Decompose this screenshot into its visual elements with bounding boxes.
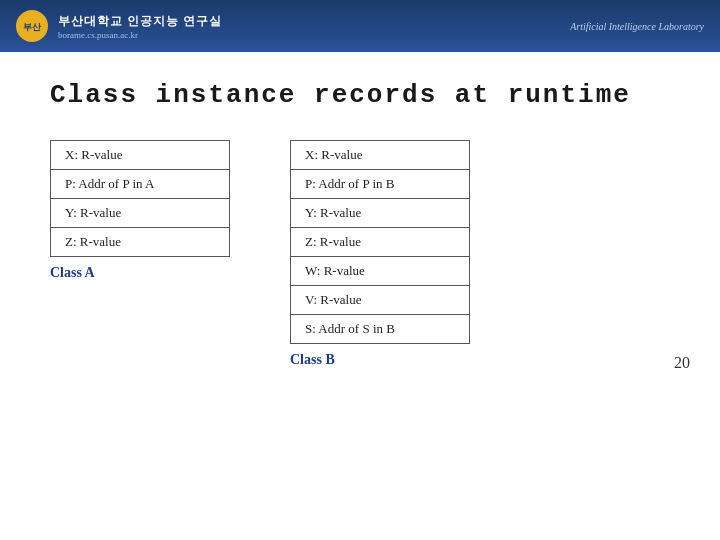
class-a-block: X: R-valueP: Addr of P in AY: R-valueZ: … — [50, 140, 230, 281]
class-b-table: X: R-valueP: Addr of P in BY: R-valueZ: … — [290, 140, 470, 344]
cell-field: P: Addr of P in A — [51, 170, 230, 199]
cell-field: X: R-value — [291, 141, 470, 170]
table-row: P: Addr of P in B — [291, 170, 470, 199]
table-row: V: R-value — [291, 286, 470, 315]
university-name: 부산대학교 인공지능 연구실 — [58, 13, 222, 30]
lab-label: Artificial Intelligence Laboratory — [570, 21, 704, 32]
table-row: S: Addr of S in B — [291, 315, 470, 344]
table-row: Z: R-value — [291, 228, 470, 257]
header-text: 부산대학교 인공지능 연구실 borame.cs.pusan.ac.kr — [58, 13, 222, 40]
class-b-label: Class B — [290, 352, 470, 368]
table-row: P: Addr of P in A — [51, 170, 230, 199]
page-number: 20 — [674, 354, 690, 372]
class-b-block: X: R-valueP: Addr of P in BY: R-valueZ: … — [290, 140, 470, 368]
svg-text:부산: 부산 — [23, 22, 42, 32]
logo-circle: 부산 — [16, 10, 48, 42]
class-a-label: Class A — [50, 265, 230, 281]
header-bar: 부산 부산대학교 인공지능 연구실 borame.cs.pusan.ac.kr … — [0, 0, 720, 52]
cell-field: Z: R-value — [51, 228, 230, 257]
cell-field: X: R-value — [51, 141, 230, 170]
cell-field: V: R-value — [291, 286, 470, 315]
cell-field: Y: R-value — [51, 199, 230, 228]
cell-field: S: Addr of S in B — [291, 315, 470, 344]
table-row: Y: R-value — [51, 199, 230, 228]
university-url: borame.cs.pusan.ac.kr — [58, 30, 222, 40]
class-a-table: X: R-valueP: Addr of P in AY: R-valueZ: … — [50, 140, 230, 257]
cell-field: W: R-value — [291, 257, 470, 286]
main-content: Class instance records at runtime X: R-v… — [0, 52, 720, 388]
columns-wrapper: X: R-valueP: Addr of P in AY: R-valueZ: … — [50, 140, 670, 368]
table-row: Z: R-value — [51, 228, 230, 257]
table-row: X: R-value — [291, 141, 470, 170]
header-left: 부산 부산대학교 인공지능 연구실 borame.cs.pusan.ac.kr — [16, 10, 222, 42]
cell-field: Z: R-value — [291, 228, 470, 257]
table-row: X: R-value — [51, 141, 230, 170]
table-row: W: R-value — [291, 257, 470, 286]
cell-field: Y: R-value — [291, 199, 470, 228]
page-title: Class instance records at runtime — [50, 80, 670, 110]
cell-field: P: Addr of P in B — [291, 170, 470, 199]
table-row: Y: R-value — [291, 199, 470, 228]
